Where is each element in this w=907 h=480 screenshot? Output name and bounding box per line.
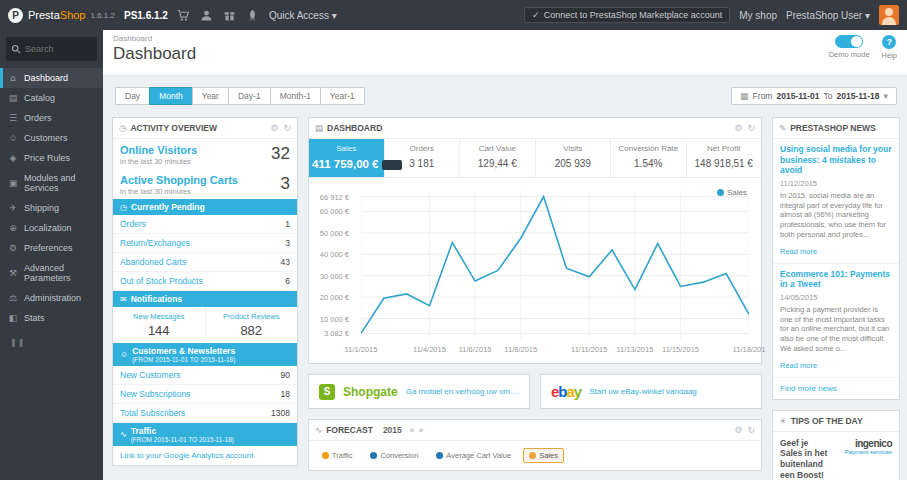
sidebar-item-advanced-parameters[interactable]: ⚒Advanced Parameters xyxy=(0,258,103,288)
content: Day Month Year Day-1 Month-1 Year-1 ▦ Fr… xyxy=(103,76,907,480)
forecast-year[interactable]: 2015 xyxy=(383,425,402,435)
demo-mode-toggle[interactable]: Demo mode xyxy=(829,35,870,59)
ebay-module[interactable]: ebay Start uw eBay-winkel vandaag xyxy=(540,374,762,409)
online-visitors-link[interactable]: Online Visitors xyxy=(120,144,197,156)
help-icon: ? xyxy=(882,35,896,49)
sidebar-item-catalog[interactable]: ▤Catalog xyxy=(0,88,103,108)
date-range-picker[interactable]: ▦ From2015-11-01 To2015-11-18 ▾ xyxy=(731,87,897,105)
active-carts-link[interactable]: Active Shopping Carts xyxy=(120,174,238,186)
gear-icon[interactable]: ⚙ xyxy=(734,425,742,435)
user-menu[interactable]: PrestaShop User ▾ xyxy=(786,10,870,21)
customers-icon[interactable] xyxy=(200,8,214,22)
sidebar-item-price-rules[interactable]: ◈Price Rules xyxy=(0,148,103,168)
x-axis-tick: 11/1/2015 xyxy=(345,345,378,354)
kpi-net-profit[interactable]: Net Profit 148 918,51 € xyxy=(687,139,762,177)
shopgate-module[interactable]: S Shopgate Ga mobiel en verhoog uw omzet xyxy=(308,374,530,409)
forecast-panel-title: Forecast xyxy=(326,425,373,435)
marketplace-connect-button[interactable]: ✓ Connect to PrestaShop Marketplace acco… xyxy=(524,7,730,23)
filter-day-button[interactable]: Day xyxy=(115,87,149,105)
read-more-link[interactable]: Read more xyxy=(780,247,817,256)
kpi-sales[interactable]: Sales 411 759,00 € xyxy=(309,139,385,177)
total-subscribers-row[interactable]: Total Subscribers1308 xyxy=(113,404,297,423)
rocket-icon[interactable] xyxy=(246,8,260,22)
kpi-cart-value[interactable]: Cart Value 129,44 € xyxy=(460,139,536,177)
sidebar-item-customers[interactable]: ☺Customers xyxy=(0,128,103,148)
main-area: Dashboard Dashboard Demo mode ? Help Day… xyxy=(103,30,907,480)
shipping-icon: ✈ xyxy=(8,203,18,213)
pending-orders-row[interactable]: Orders1 xyxy=(113,215,297,234)
sidebar-item-modules[interactable]: ▣Modules and Services xyxy=(0,168,103,198)
gear-icon[interactable]: ⚙ xyxy=(270,123,278,133)
product-reviews-cell[interactable]: Product Reviews 882 xyxy=(206,307,298,343)
ebay-link[interactable]: Start uw eBay-winkel vandaag xyxy=(589,387,697,396)
collapse-sidebar-button[interactable]: ❚❚ xyxy=(0,328,103,357)
sales-dot-icon xyxy=(529,452,536,459)
new-subscriptions-row[interactable]: New Subscriptions18 xyxy=(113,385,297,404)
cart-icon[interactable] xyxy=(177,8,191,22)
forecast-icon: ∿ xyxy=(315,425,322,435)
forecast-toggle-sales[interactable]: Sales xyxy=(523,448,564,463)
help-button[interactable]: ? Help xyxy=(882,35,897,60)
kpi-visits[interactable]: Visits 205 939 xyxy=(536,139,612,177)
traffic-dot-icon xyxy=(322,452,329,459)
search-input[interactable] xyxy=(25,44,95,54)
read-more-link[interactable]: Read more xyxy=(780,361,817,370)
avatar[interactable] xyxy=(879,5,899,25)
news-article-title[interactable]: Using social media for your business: 4 … xyxy=(780,144,892,176)
out-of-stock-row[interactable]: Out of Stock Products6 xyxy=(113,272,297,291)
currently-pending-header: ◷ Currently Pending xyxy=(113,199,297,215)
sidebar-item-preferences[interactable]: ⚙Preferences xyxy=(0,238,103,258)
shop-name[interactable]: PS1.6.1.2 xyxy=(124,10,168,21)
gear-icon[interactable]: ⚙ xyxy=(734,123,742,133)
filter-day-1-button[interactable]: Day-1 xyxy=(228,87,270,105)
y-axis-tick: 60 000 € xyxy=(320,207,349,216)
refresh-icon[interactable]: ↻ xyxy=(747,123,755,133)
localization-icon: ⊕ xyxy=(8,223,18,233)
customers-newsletters-header: ☺ Customers & Newsletters (FROM 2015-11-… xyxy=(113,343,297,366)
find-more-news-link[interactable]: Find more news xyxy=(773,378,899,399)
shopgate-link[interactable]: Ga mobiel en verhoog uw omzet xyxy=(406,387,519,396)
sales-chart: 66 912 €60 000 €50 000 €40 000 €30 000 €… xyxy=(309,178,761,340)
filter-year-button[interactable]: Year xyxy=(192,87,228,105)
prestashop-logo[interactable]: P PrestaShop 1.6.1.2 xyxy=(8,8,115,23)
sidebar-item-orders[interactable]: ☰Orders xyxy=(0,108,103,128)
sidebar-item-stats[interactable]: ◧Stats xyxy=(0,308,103,328)
filter-year-1-button[interactable]: Year-1 xyxy=(320,87,365,105)
forecast-toggle-avg-cart-value[interactable]: Average Cart Value xyxy=(430,448,517,463)
news-article: Ecommerce 101: Payments in a Tweet 14/05… xyxy=(773,264,899,378)
refresh-icon[interactable]: ↻ xyxy=(283,123,291,133)
gift-icon[interactable] xyxy=(223,8,237,22)
sidebar-menu: ⌂Dashboard ▤Catalog ☰Orders ☺Customers ◈… xyxy=(0,68,103,328)
active-carts-row: Active Shopping Carts in the last 30 min… xyxy=(113,169,297,199)
chart-legend[interactable]: Sales xyxy=(717,188,747,197)
refresh-icon[interactable]: ↻ xyxy=(747,425,755,435)
filter-month-1-button[interactable]: Month-1 xyxy=(270,87,320,105)
new-messages-cell[interactable]: New Messages 144 xyxy=(113,307,206,343)
toggle-switch[interactable] xyxy=(835,35,863,48)
google-analytics-link[interactable]: Link to your Google Analytics account xyxy=(113,446,297,465)
my-shop-link[interactable]: My shop xyxy=(739,10,777,21)
x-axis-tick: 11/15/2015 xyxy=(662,345,699,354)
forecast-toggle-conversion[interactable]: Conversion xyxy=(364,448,424,463)
new-customers-row[interactable]: New Customers90 xyxy=(113,366,297,385)
sidebar-search[interactable] xyxy=(6,37,97,61)
prev-year-icon[interactable]: « xyxy=(410,425,415,435)
news-article-title[interactable]: Ecommerce 101: Payments in a Tweet xyxy=(780,269,892,290)
kpi-orders[interactable]: Orders 3 181 xyxy=(385,139,461,177)
abandoned-carts-row[interactable]: Abandoned Carts43 xyxy=(113,253,297,272)
filter-month-button[interactable]: Month xyxy=(149,87,192,105)
sidebar-item-administration[interactable]: ⚖Administration xyxy=(0,288,103,308)
pending-returns-row[interactable]: Return/Exchanges3 xyxy=(113,234,297,253)
breadcrumb[interactable]: Dashboard xyxy=(113,34,897,43)
quick-access-menu[interactable]: Quick Access ▾ xyxy=(269,10,337,21)
next-year-icon[interactable]: » xyxy=(419,425,424,435)
page-title: Dashboard xyxy=(113,44,897,64)
topbar: P PrestaShop 1.6.1.2 PS1.6.1.2 Quick Acc… xyxy=(0,0,907,30)
sidebar-item-shipping[interactable]: ✈Shipping xyxy=(0,198,103,218)
sidebar-item-localization[interactable]: ⊕Localization xyxy=(0,218,103,238)
traffic-header: ∿ Traffic (FROM 2015-11-01 TO 2015-11-18… xyxy=(113,423,297,446)
sidebar-item-dashboard[interactable]: ⌂Dashboard xyxy=(0,68,103,88)
forecast-toggle-traffic[interactable]: Traffic xyxy=(316,448,358,463)
kpi-conversion-rate[interactable]: Conversion Rate 1.54% xyxy=(611,139,687,177)
chart-plot-area[interactable]: Sales xyxy=(361,190,749,340)
